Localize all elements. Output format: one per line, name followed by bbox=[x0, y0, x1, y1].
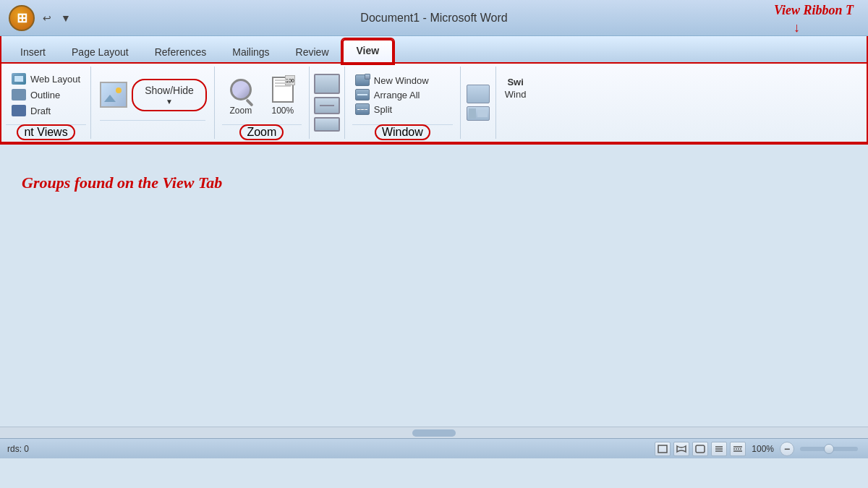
doc-views-label-container: nt Views bbox=[6, 124, 86, 139]
zoom-100-label: 100% bbox=[271, 106, 294, 116]
web-layout-icon bbox=[12, 73, 26, 85]
arrange-all-button[interactable]: Arrange All bbox=[355, 89, 450, 100]
one-page-icon bbox=[314, 117, 340, 132]
arrange-all-icon bbox=[355, 89, 370, 100]
show-hide-dropdown-arrow: ▼ bbox=[166, 98, 173, 106]
new-window-label: New Window bbox=[374, 75, 429, 86]
page-width-icon bbox=[314, 97, 340, 114]
window-group: New Window Arrange All Split Window bbox=[345, 67, 461, 139]
split-icon bbox=[355, 103, 370, 115]
ruler-icon: 100 bbox=[285, 75, 295, 85]
document-views-group: Web Layout Outline Draft nt Views bbox=[1, 67, 91, 139]
web-layout-button[interactable]: Web Layout bbox=[9, 72, 83, 86]
outline-status-icon[interactable] bbox=[711, 442, 727, 456]
draft-status-icon[interactable] bbox=[730, 442, 746, 456]
split-button[interactable]: Split bbox=[355, 103, 450, 115]
zoom-group: Zoom 100 100% Zoom bbox=[215, 67, 310, 139]
split-label: Split bbox=[374, 104, 392, 115]
new-window-icon bbox=[355, 74, 370, 86]
word-count: rds: 0 bbox=[7, 444, 29, 454]
ribbon-tabs: ↓ Insert Page Layout References Mailings… bbox=[1, 36, 867, 64]
annotation-ribbon-text: View Ribbon T bbox=[774, 3, 854, 18]
new-window-button[interactable]: New Window bbox=[355, 74, 450, 86]
zoom-100-icon: 100 bbox=[267, 74, 299, 106]
zoom-slider[interactable] bbox=[800, 447, 858, 451]
zoom-group-label: Zoom bbox=[239, 124, 284, 140]
extra-icons-container bbox=[314, 74, 340, 132]
zoom-100-button[interactable]: 100 100% bbox=[267, 74, 299, 116]
window-label-container: Window bbox=[352, 124, 453, 139]
tab-page-layout[interactable]: Page Layout bbox=[59, 42, 142, 64]
zoom-percent: 100% bbox=[752, 444, 774, 454]
print-layout-icon[interactable] bbox=[655, 442, 671, 456]
doc-views-group-label: nt Views bbox=[17, 124, 75, 140]
zoom-magnifier-circle bbox=[230, 79, 252, 100]
extra-view-icons bbox=[310, 67, 345, 139]
status-bar: rds: 0 100% − bbox=[0, 438, 868, 458]
quick-access-dropdown[interactable]: ▼ bbox=[58, 10, 74, 26]
window-group-label: Window bbox=[375, 124, 430, 140]
outline-icon bbox=[12, 89, 26, 100]
ribbon-content: Web Layout Outline Draft nt Views bbox=[1, 64, 867, 143]
extra-window-icon-2 bbox=[467, 106, 490, 121]
zoom-label: Zoom bbox=[230, 106, 252, 116]
title-bar: ⊞ ↩ ▼ Document1 - Microsoft Word View Ri… bbox=[0, 0, 868, 36]
extra-window-icon-1 bbox=[467, 85, 490, 103]
show-hide-group-label bbox=[151, 124, 153, 132]
horizontal-scrollbar[interactable] bbox=[0, 427, 868, 438]
tab-references[interactable]: References bbox=[142, 42, 220, 64]
down-arrow-annotation: ↓ bbox=[793, 20, 800, 35]
zoom-buttons: Zoom 100 100% bbox=[222, 67, 302, 123]
switch-label-2: Wind bbox=[505, 89, 527, 100]
tab-mailings[interactable]: Mailings bbox=[219, 42, 282, 64]
quick-access-toolbar: ↩ ▼ bbox=[39, 10, 74, 26]
tab-review[interactable]: Review bbox=[283, 42, 342, 64]
draft-label: Draft bbox=[30, 106, 51, 116]
scrollbar-thumb[interactable] bbox=[412, 429, 456, 437]
web-layout-label: Web Layout bbox=[30, 74, 80, 85]
ribbon-container: ↓ Insert Page Layout References Mailings… bbox=[0, 36, 868, 145]
full-reading-icon[interactable] bbox=[673, 442, 689, 456]
svg-rect-0 bbox=[658, 445, 667, 453]
picture-icon-container bbox=[100, 82, 127, 108]
zoom-label-container: Zoom bbox=[222, 124, 302, 139]
switch-label-1: Swi bbox=[507, 77, 523, 87]
extra-window-icons-container bbox=[467, 85, 490, 121]
groups-annotation: Groups found on the View Tab bbox=[22, 174, 846, 192]
status-right: 100% − bbox=[655, 442, 861, 456]
office-icon: ⊞ bbox=[17, 10, 27, 26]
extra-window-icons bbox=[461, 67, 496, 139]
zoom-button[interactable]: Zoom bbox=[225, 74, 257, 116]
office-button[interactable]: ⊞ bbox=[9, 5, 35, 31]
doc-views-buttons: Web Layout Outline Draft bbox=[6, 67, 86, 123]
switch-windows-group: Swi Wind bbox=[496, 67, 535, 139]
undo-button[interactable]: ↩ bbox=[39, 10, 55, 26]
show-hide-label-container bbox=[100, 120, 205, 134]
window-buttons: New Window Arrange All Split bbox=[352, 67, 453, 123]
switch-icons: Swi Wind bbox=[505, 69, 527, 100]
outline-button[interactable]: Outline bbox=[9, 87, 83, 102]
show-hide-group: Show/Hide ▼ bbox=[91, 67, 215, 139]
show-hide-label: Show/Hide bbox=[145, 85, 194, 96]
window-title: Document1 - Microsoft Word bbox=[360, 12, 507, 25]
picture-icon bbox=[100, 82, 127, 108]
draft-icon bbox=[12, 105, 26, 116]
body-area: Groups found on the View Tab bbox=[0, 145, 868, 427]
svg-rect-1 bbox=[696, 445, 705, 453]
page-icon: 100 bbox=[272, 77, 294, 103]
zoom-slider-thumb[interactable] bbox=[824, 444, 834, 454]
web-layout-status-icon[interactable] bbox=[692, 442, 708, 456]
outline-label: Outline bbox=[30, 90, 60, 100]
tab-view[interactable]: View bbox=[342, 39, 394, 64]
show-hide-button[interactable]: Show/Hide ▼ bbox=[133, 80, 205, 110]
zoom-out-button[interactable]: − bbox=[780, 442, 794, 456]
two-page-icon bbox=[314, 74, 340, 94]
tab-insert[interactable]: Insert bbox=[7, 42, 59, 64]
draft-button[interactable]: Draft bbox=[9, 103, 83, 118]
arrange-all-label: Arrange All bbox=[374, 90, 420, 100]
zoom-magnifier-icon bbox=[225, 74, 257, 106]
